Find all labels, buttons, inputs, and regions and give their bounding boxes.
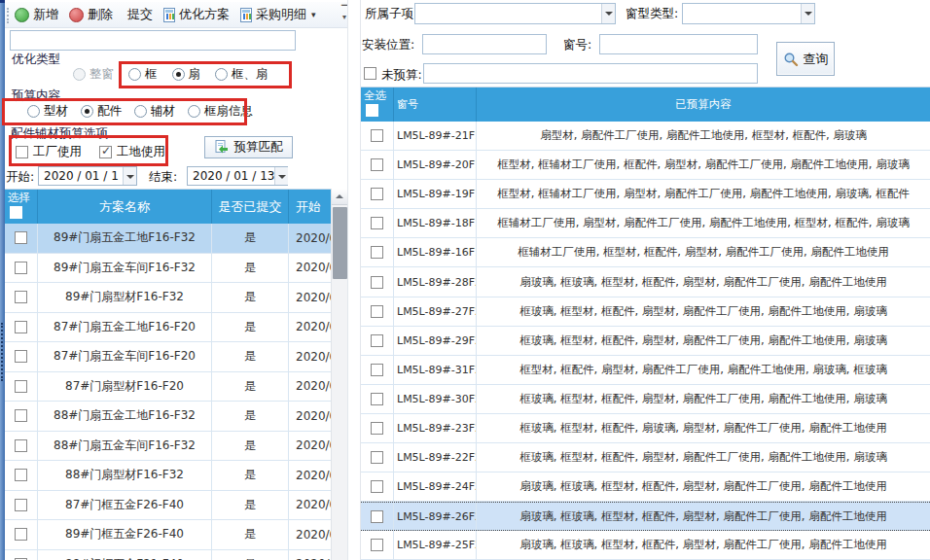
radio-option[interactable]: 框、扇 bbox=[215, 66, 268, 83]
row-checkbox[interactable] bbox=[15, 262, 27, 274]
budget-table-row[interactable]: LM5L-89#-31F29 框型材, 框配件, 扇型材, 扇配件工厂使用, 扇… bbox=[361, 356, 930, 385]
budget-table-row[interactable]: LM5L-89#-27F25 框玻璃, 框型材, 框配件, 扇型材, 扇配件工厂… bbox=[361, 298, 930, 327]
row-checkbox[interactable] bbox=[371, 539, 383, 551]
row-checkbox[interactable] bbox=[371, 188, 383, 200]
plan-table-row[interactable]: 88#门扇五金工地F16-F32 是 2020/0 bbox=[5, 402, 331, 432]
radio-icon bbox=[188, 105, 200, 118]
panel-splitter[interactable] bbox=[347, 0, 361, 560]
window-no-input[interactable] bbox=[599, 34, 758, 54]
submitted-cell: 是 bbox=[212, 520, 289, 549]
combo-dropdown-icon[interactable] bbox=[801, 4, 814, 23]
budget-table-row[interactable]: LM5L-89#-30F28 框玻璃, 框型材, 框配件, 扇型材, 扇配件工厂… bbox=[361, 385, 930, 414]
plan-table: 选择 方案名称 是否已提交 开始 89#门扇五金工地F16-F32 是 20 bbox=[5, 189, 331, 560]
budget-table-row[interactable]: LM5L-89#-21F19 扇型材, 扇配件工厂使用, 扇配件工地使用, 框型… bbox=[361, 122, 930, 151]
radio-option[interactable]: 辅材 bbox=[134, 103, 175, 120]
plan-table-row[interactable]: 89#门框五金F26-F40 是 2020/0 bbox=[5, 520, 331, 550]
submitted-cell: 是 bbox=[212, 283, 289, 312]
combo-dropdown-icon[interactable] bbox=[601, 4, 615, 23]
select-all-checkbox[interactable] bbox=[366, 104, 378, 117]
budget-table-row[interactable]: LM5L-89#-25F23 扇玻璃, 框玻璃, 框型材, 框配件, 扇型材, … bbox=[361, 531, 930, 560]
plan-table-row[interactable]: 88#门框五金F21-F40 是 2020/0 bbox=[5, 550, 331, 560]
budget-table-row[interactable]: LM5L-89#-28F26 扇玻璃, 框玻璃, 框型材, 框配件, 扇型材, … bbox=[361, 267, 930, 297]
select-all-checkbox[interactable] bbox=[10, 206, 22, 219]
row-checkbox[interactable] bbox=[371, 129, 383, 142]
row-checkbox[interactable] bbox=[15, 380, 27, 393]
date-dropdown-icon[interactable] bbox=[274, 167, 288, 185]
toolbar-button[interactable]: 删除 ▾ bbox=[69, 6, 113, 23]
budget-table-row[interactable]: LM5L-89#-23F21 框玻璃, 框型材, 框配件, 扇玻璃, 扇型材, … bbox=[361, 414, 930, 443]
plan-table-row[interactable]: 87#门扇五金车间F16-F20 是 2020/0 bbox=[5, 342, 331, 372]
row-checkbox[interactable] bbox=[15, 350, 27, 363]
radio-option[interactable]: 配件 bbox=[81, 103, 122, 120]
toolbar-button[interactable]: 优化方案 ▾ bbox=[163, 6, 230, 23]
query-button-label: 查询 bbox=[804, 51, 829, 68]
radio-option[interactable]: 型材 bbox=[27, 103, 68, 120]
budget-table-row[interactable]: LM5L-89#-24F22 扇玻璃, 框玻璃, 框型材, 框配件, 扇型材, … bbox=[361, 472, 930, 502]
row-checkbox[interactable] bbox=[371, 364, 383, 376]
row-checkbox[interactable] bbox=[371, 158, 383, 171]
unbudgeted-checkbox[interactable] bbox=[364, 67, 376, 80]
radio-option[interactable]: 整窗 bbox=[73, 66, 114, 83]
row-checkbox[interactable] bbox=[371, 246, 383, 259]
splitter-grip-icon[interactable] bbox=[1, 323, 3, 381]
row-checkbox[interactable] bbox=[15, 409, 27, 422]
install-position-input[interactable] bbox=[422, 34, 547, 54]
plan-table-row[interactable]: 88#门扇五金车间F16-F32 是 2020/0 bbox=[5, 432, 331, 462]
budgeted-content-cell: 框辅材工厂使用, 扇型材, 扇配件工厂使用, 扇配件工地使用, 框型材, 框配件… bbox=[477, 209, 930, 237]
row-checkbox[interactable] bbox=[371, 451, 383, 464]
row-checkbox[interactable] bbox=[371, 422, 383, 435]
window-no-cell: LM5L-89#-18F16 bbox=[394, 209, 477, 237]
plan-table-row[interactable]: 89#门扇五金车间F16-F32 是 2020/0 bbox=[5, 254, 331, 284]
budget-table-row[interactable]: LM5L-89#-29F27 框玻璃, 框型材, 框配件, 扇型材, 扇配件工厂… bbox=[361, 327, 930, 356]
row-checkbox[interactable] bbox=[15, 231, 27, 244]
plan-filter-input[interactable] bbox=[10, 30, 296, 51]
sub-item-combobox[interactable] bbox=[414, 3, 616, 24]
toolbar-button[interactable]: 提交 ▾ bbox=[124, 6, 153, 23]
row-checkbox[interactable] bbox=[371, 510, 383, 523]
checkbox-option[interactable]: 工厂使用 bbox=[16, 144, 82, 160]
radio-option[interactable]: 框 bbox=[128, 66, 158, 83]
row-checkbox[interactable] bbox=[15, 321, 27, 333]
row-checkbox[interactable] bbox=[15, 499, 27, 511]
row-checkbox[interactable] bbox=[371, 305, 383, 318]
budget-match-button[interactable]: 预算匹配 bbox=[204, 136, 293, 158]
budget-table-row[interactable]: LM5L-89#-18F16 框辅材工厂使用, 扇型材, 扇配件工厂使用, 扇配… bbox=[361, 209, 930, 238]
row-checkbox[interactable] bbox=[15, 528, 27, 541]
row-checkbox[interactable] bbox=[371, 217, 383, 229]
scrollbar-up-arrow-icon[interactable] bbox=[332, 189, 348, 205]
toolbar-button[interactable]: 采购明细 ▾ bbox=[240, 6, 316, 23]
row-checkbox[interactable] bbox=[371, 334, 383, 347]
checkbox-option[interactable]: 工地使用 bbox=[99, 144, 165, 160]
budget-table-row[interactable]: LM5L-89#-26F24 扇玻璃, 框玻璃, 框型材, 框配件, 扇型材, … bbox=[361, 502, 930, 531]
budget-table-row[interactable]: LM5L-89#-16F15 框辅材工厂使用, 框型材, 框配件, 扇型材, 扇… bbox=[361, 238, 930, 267]
radio-option[interactable]: 框扇信息 bbox=[188, 103, 253, 120]
unbudgeted-input[interactable] bbox=[423, 63, 758, 84]
plan-table-row[interactable]: 87#门扇型材F16-F20 是 2020/0 bbox=[5, 372, 331, 402]
row-checkbox[interactable] bbox=[15, 439, 27, 452]
date-dropdown-icon[interactable] bbox=[123, 167, 136, 185]
row-checkbox[interactable] bbox=[371, 393, 383, 405]
budget-table-row[interactable]: LM5L-89#-22F20 框玻璃, 框型材, 框配件, 扇型材, 扇配件工厂… bbox=[361, 443, 930, 472]
row-checkbox[interactable] bbox=[371, 480, 383, 493]
query-button[interactable]: 查询 bbox=[776, 42, 835, 76]
submitted-cell: 是 bbox=[212, 550, 289, 560]
toolbar-button[interactable]: 新增 ▾ bbox=[15, 6, 58, 23]
plan-table-row[interactable]: 88#门扇型材F16-F32 是 2020/0 bbox=[5, 461, 331, 491]
row-checkbox[interactable] bbox=[15, 469, 27, 481]
row-checkbox[interactable] bbox=[371, 276, 383, 289]
plan-table-body: 89#门扇五金工地F16-F32 是 2020/0 89#门扇五金车间F16-F… bbox=[5, 224, 331, 560]
budget-table-row[interactable]: LM5L-89#-19F17 框型材, 框辅材工厂使用, 扇型材, 扇配件工厂使… bbox=[361, 180, 930, 209]
row-checkbox[interactable] bbox=[15, 291, 27, 303]
plan-table-row[interactable]: 89#门扇型材F16-F32 是 2020/0 bbox=[5, 283, 331, 313]
window-type-combobox[interactable] bbox=[682, 3, 815, 24]
end-date-picker[interactable]: 2020 / 01 / 13 bbox=[187, 166, 288, 186]
start-date-picker[interactable]: 2020 / 01 / 1 bbox=[38, 166, 137, 186]
plan-table-row[interactable]: 89#门扇五金工地F16-F32 是 2020/0 bbox=[5, 224, 331, 254]
plan-table-scrollbar[interactable] bbox=[331, 189, 347, 560]
scrollbar-thumb[interactable] bbox=[333, 207, 347, 279]
budget-table-row[interactable]: LM5L-89#-20F18 框型材, 框辅材工厂使用, 框配件, 扇型材, 扇… bbox=[361, 151, 930, 180]
plan-table-row[interactable]: 87#门扇五金工地F16-F20 是 2020/0 bbox=[5, 313, 331, 343]
radio-option[interactable]: 扇 bbox=[172, 66, 201, 83]
plan-table-row[interactable]: 87#门框五金F26-F40 是 2020/0 bbox=[5, 491, 331, 521]
plan-name-cell: 89#门扇五金车间F16-F32 bbox=[38, 254, 212, 283]
